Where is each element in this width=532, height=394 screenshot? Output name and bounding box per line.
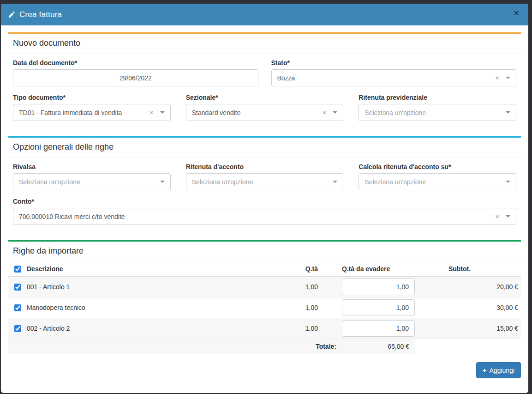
row-subtot: 15,00 € bbox=[415, 325, 521, 332]
modal-actions: + Aggiungi bbox=[8, 354, 521, 378]
row-checkbox[interactable] bbox=[14, 304, 21, 311]
field-rivalsa: Rivalsa Seleziona un'opzione bbox=[13, 163, 171, 190]
section-title-righe: Righe da importare bbox=[8, 242, 521, 261]
table-row: Manodopera tecnico 1,00 30,00 € bbox=[8, 297, 521, 318]
ritenuta-previdenziale-placeholder: Seleziona un'opzione bbox=[365, 109, 426, 116]
ritenuta-previdenziale-label: Ritenuta previdenziale bbox=[359, 94, 516, 101]
calcola-ritenuta-placeholder: Seleziona un'opzione bbox=[365, 178, 426, 186]
chevron-down-icon bbox=[333, 181, 337, 183]
totale-value: 65,00 € bbox=[336, 339, 415, 354]
row-checkbox[interactable] bbox=[14, 325, 21, 332]
ritenuta-acconto-select[interactable]: Seleziona un'opzione bbox=[186, 173, 344, 190]
tipo-documento-select[interactable]: TD01 - Fattura immediata di vendita × bbox=[13, 104, 171, 121]
aggiungi-label: Aggiungi bbox=[490, 367, 515, 374]
sezionale-select[interactable]: Standard vendite × bbox=[186, 104, 344, 121]
field-tipo-documento: Tipo documento* TD01 - Fattura immediata… bbox=[13, 94, 171, 121]
field-conto: Conto* 700.000010 Ricavi merci c/to vend… bbox=[13, 198, 516, 225]
table-row: 002 - Articolo 2 1,00 15,00 € bbox=[8, 318, 521, 339]
modal-body: Nuovo documento Data del documento* Stat… bbox=[1, 25, 528, 393]
conto-selected-value: 700.000010 Ricavi merci c/to vendite bbox=[19, 213, 125, 220]
modal-title: Crea fattura bbox=[19, 10, 62, 19]
col-header-qta: Q.tà bbox=[290, 265, 336, 273]
row-checkbox[interactable] bbox=[14, 284, 21, 291]
clear-icon[interactable]: × bbox=[149, 109, 154, 116]
chevron-down-icon bbox=[160, 111, 165, 114]
section-righe-da-importare: Righe da importare Descrizione Q.tà Q.tà… bbox=[8, 240, 521, 378]
clear-icon[interactable]: × bbox=[495, 74, 499, 81]
field-calcola-ritenuta: Calcola ritenuta d'acconto su* Seleziona… bbox=[359, 163, 516, 190]
clear-icon[interactable]: × bbox=[323, 109, 327, 116]
ritenuta-previdenziale-select[interactable]: Seleziona un'opzione bbox=[359, 104, 516, 121]
plus-icon: + bbox=[483, 366, 487, 374]
crea-fattura-modal: Crea fattura × Nuovo documento Data del … bbox=[1, 4, 528, 393]
row-descrizione: Manodopera tecnico bbox=[27, 304, 290, 311]
calcola-ritenuta-select[interactable]: Seleziona un'opzione bbox=[359, 173, 516, 190]
stato-selected-value: Bozza bbox=[277, 74, 295, 82]
field-stato: Stato* Bozza × bbox=[271, 59, 517, 86]
col-header-subtot: Subtot. bbox=[415, 265, 521, 273]
table-header-row: Descrizione Q.tà Q.tà da evadere Subtot. bbox=[8, 262, 521, 277]
tipo-documento-selected-value: TD01 - Fattura immediata di vendita bbox=[19, 109, 122, 116]
section-title-nuovo-documento: Nuovo documento bbox=[8, 34, 521, 54]
data-documento-input[interactable] bbox=[13, 69, 258, 86]
clear-icon[interactable]: × bbox=[495, 213, 499, 220]
stato-label: Stato* bbox=[271, 59, 517, 67]
chevron-down-icon bbox=[506, 181, 510, 183]
sezionale-label: Sezionale* bbox=[186, 94, 344, 101]
stato-select[interactable]: Bozza × bbox=[271, 69, 517, 86]
row-qta: 1,00 bbox=[290, 325, 336, 332]
rivalsa-select[interactable]: Seleziona un'opzione bbox=[13, 173, 171, 190]
qta-da-evadere-input[interactable] bbox=[342, 299, 415, 316]
row-qta: 1,00 bbox=[290, 283, 336, 291]
table-footer-row: Totale: 65,00 € bbox=[8, 339, 521, 354]
field-data-documento: Data del documento* bbox=[13, 59, 258, 86]
table-row: 001 - Articolo 1 1,00 20,00 € bbox=[8, 277, 521, 297]
qta-da-evadere-input[interactable] bbox=[342, 279, 415, 295]
row-descrizione: 002 - Articolo 2 bbox=[27, 325, 290, 332]
field-ritenuta-previdenziale: Ritenuta previdenziale Seleziona un'opzi… bbox=[359, 94, 516, 121]
ritenuta-acconto-label: Ritenuta d'acconto bbox=[186, 163, 344, 170]
ritenuta-acconto-placeholder: Seleziona un'opzione bbox=[192, 178, 253, 186]
calcola-ritenuta-label: Calcola ritenuta d'acconto su* bbox=[359, 163, 516, 170]
righe-table: Descrizione Q.tà Q.tà da evadere Subtot.… bbox=[8, 262, 521, 354]
aggiungi-button[interactable]: + Aggiungi bbox=[476, 362, 521, 378]
close-icon[interactable]: × bbox=[512, 7, 521, 18]
row-qta: 1,00 bbox=[290, 304, 336, 311]
footer-spacer bbox=[8, 339, 290, 354]
row-subtot: 20,00 € bbox=[415, 283, 521, 291]
chevron-down-icon bbox=[333, 111, 337, 114]
rivalsa-label: Rivalsa bbox=[13, 163, 171, 170]
tipo-documento-label: Tipo documento* bbox=[13, 94, 171, 101]
conto-select[interactable]: 700.000010 Ricavi merci c/to vendite × bbox=[13, 208, 516, 225]
conto-label: Conto* bbox=[13, 198, 516, 205]
select-all-checkbox[interactable] bbox=[14, 266, 21, 273]
chevron-down-icon bbox=[506, 111, 510, 114]
row-subtot: 30,00 € bbox=[415, 304, 521, 311]
section-nuovo-documento: Nuovo documento Data del documento* Stat… bbox=[8, 32, 521, 127]
rivalsa-placeholder: Seleziona un'opzione bbox=[19, 178, 80, 186]
sezionale-selected-value: Standard vendite bbox=[192, 109, 241, 116]
data-documento-label: Data del documento* bbox=[13, 59, 258, 67]
modal-header: Crea fattura × bbox=[1, 4, 528, 25]
qta-da-evadere-input[interactable] bbox=[342, 320, 415, 337]
section-opzioni-generali: Opzioni generali delle righe Rivalsa Sel… bbox=[8, 136, 521, 230]
field-sezionale: Sezionale* Standard vendite × bbox=[186, 94, 344, 121]
col-header-qta-da-evadere: Q.tà da evadere bbox=[336, 265, 415, 273]
chevron-down-icon bbox=[506, 77, 510, 79]
col-header-descrizione: Descrizione bbox=[27, 265, 290, 273]
pencil-icon bbox=[8, 11, 15, 18]
field-ritenuta-acconto: Ritenuta d'acconto Seleziona un'opzione bbox=[186, 163, 344, 190]
row-descrizione: 001 - Articolo 1 bbox=[27, 283, 290, 291]
chevron-down-icon bbox=[160, 181, 165, 183]
chevron-down-icon bbox=[506, 215, 510, 218]
totale-label: Totale: bbox=[290, 339, 336, 354]
section-title-opzioni-generali: Opzioni generali delle righe bbox=[8, 138, 521, 158]
